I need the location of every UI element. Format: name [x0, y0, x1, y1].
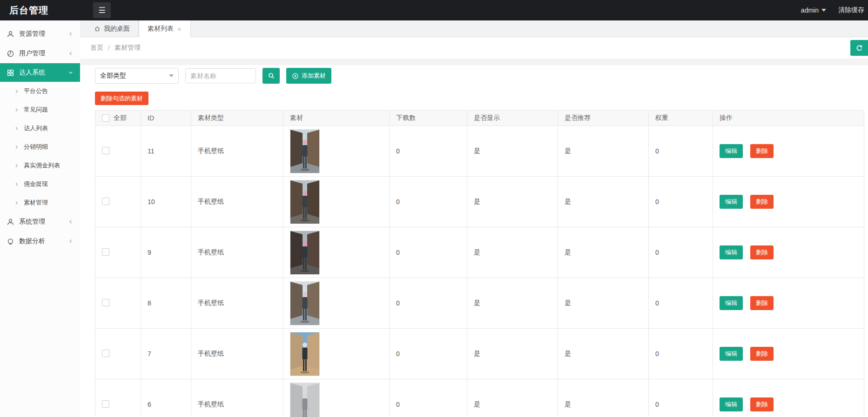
row-checkbox[interactable]	[102, 198, 109, 205]
close-icon[interactable]: ×	[177, 26, 182, 33]
breadcrumb: 首页 / 素材管理	[80, 37, 868, 59]
delete-button[interactable]: 删除	[750, 296, 774, 310]
edit-button[interactable]: 编辑	[720, 347, 743, 361]
row-id: 10	[148, 198, 155, 205]
tab-label: 我的桌面	[104, 25, 130, 33]
arrow-right-icon	[14, 182, 19, 187]
header-weight: 权重	[649, 111, 713, 126]
header-select-all: 全部	[95, 111, 141, 126]
row-visible: 是	[474, 400, 480, 408]
row-downloads: 0	[396, 147, 400, 155]
row-weight: 0	[655, 350, 659, 357]
row-downloads: 0	[396, 249, 400, 256]
sidebar-item-label: 用户管理	[19, 49, 63, 58]
arrow-right-icon	[14, 126, 19, 131]
row-checkbox[interactable]	[102, 299, 109, 306]
sidebar-toggle-button[interactable]: ☰	[93, 2, 111, 18]
edit-button[interactable]: 编辑	[720, 397, 743, 411]
add-material-button[interactable]: 添加素材	[286, 68, 331, 84]
breadcrumb-home[interactable]: 首页	[90, 44, 103, 52]
select-all-checkbox[interactable]	[102, 114, 109, 122]
material-name-input[interactable]	[185, 68, 256, 83]
row-recommended: 是	[565, 147, 571, 154]
delete-button[interactable]: 删除	[750, 195, 774, 209]
search-button[interactable]	[262, 68, 280, 84]
edit-button[interactable]: 编辑	[720, 296, 743, 310]
submenu-item-label: 达人列表	[24, 124, 48, 132]
delete-button[interactable]: 删除	[750, 245, 774, 259]
user-menu[interactable]: admin	[801, 7, 826, 14]
sidebar-submenu-item[interactable]: 佣金提现	[0, 175, 80, 193]
header-type: 素材类型	[191, 111, 283, 126]
breadcrumb-separator: /	[108, 44, 110, 52]
chevron-left-icon	[68, 219, 74, 225]
delete-button[interactable]: 删除	[750, 397, 774, 411]
row-checkbox[interactable]	[102, 147, 109, 154]
material-thumbnail[interactable]	[290, 332, 320, 376]
row-downloads: 0	[396, 299, 400, 307]
grid-icon	[7, 69, 14, 77]
chevron-left-icon	[68, 51, 74, 56]
table-row: 10 手机壁纸 0 是 是 0 编辑 删除	[95, 177, 864, 227]
row-id: 9	[148, 249, 151, 256]
material-thumbnail[interactable]	[290, 383, 320, 417]
sidebar-item-label: 系统管理	[19, 218, 63, 226]
row-id: 11	[148, 147, 155, 155]
refresh-icon	[855, 44, 863, 52]
row-type: 手机壁纸	[198, 350, 224, 357]
material-thumbnail[interactable]	[290, 180, 320, 224]
row-checkbox[interactable]	[102, 248, 109, 256]
refresh-button[interactable]	[850, 40, 868, 56]
row-id: 7	[148, 350, 151, 357]
delete-button[interactable]: 删除	[750, 347, 774, 361]
user-icon	[7, 30, 14, 38]
sidebar: 资源管理 用户管理 达人系统 平台公告 常见问题 达人列表	[0, 20, 80, 417]
sidebar-item-users[interactable]: 用户管理	[0, 44, 80, 63]
table-row: 6 手机壁纸 0 是 是 0 编辑 删除	[95, 379, 864, 417]
chevron-down-icon	[68, 70, 74, 75]
material-thumbnail[interactable]	[290, 129, 320, 173]
plus-circle-icon	[292, 73, 299, 79]
submenu-item-label: 分销明细	[24, 143, 48, 151]
table-row: 8 手机壁纸 0 是 是 0 编辑 删除	[95, 278, 864, 329]
table-header-row: 全部 ID 素材类型 素材 下载数 是否显示 是否推荐 权重 操作	[95, 111, 864, 126]
sidebar-submenu-item[interactable]: 真实佣金列表	[0, 156, 80, 175]
clear-cache-button[interactable]: 清除缓存	[838, 6, 864, 14]
row-type: 手机壁纸	[198, 299, 224, 306]
tab-my-desktop[interactable]: 我的桌面	[86, 20, 139, 37]
sidebar-submenu-item[interactable]: 素材管理	[0, 193, 80, 212]
arrow-right-icon	[14, 163, 19, 168]
edit-button[interactable]: 编辑	[720, 195, 743, 209]
delete-button[interactable]: 删除	[750, 144, 774, 158]
edit-button[interactable]: 编辑	[720, 144, 743, 158]
edit-button[interactable]: 编辑	[720, 245, 743, 259]
sidebar-submenu-item[interactable]: 平台公告	[0, 82, 80, 100]
sidebar-submenu-item[interactable]: 分销明细	[0, 138, 80, 156]
sidebar-item-resources[interactable]: 资源管理	[0, 24, 80, 44]
sidebar-submenu: 平台公告 常见问题 达人列表 分销明细 真实佣金列表 佣金提现 素材管理	[0, 82, 80, 212]
row-weight: 0	[655, 147, 659, 155]
row-checkbox[interactable]	[102, 350, 109, 357]
hamburger-icon: ☰	[98, 7, 105, 14]
header-visible: 是否显示	[467, 111, 558, 126]
tab-material-list[interactable]: 素材列表 ×	[139, 20, 191, 37]
thumbnail-image	[290, 332, 319, 376]
submenu-item-label: 素材管理	[24, 199, 48, 207]
delete-checked-button[interactable]: 删除勾选的素材	[95, 92, 148, 105]
app-title: 后台管理	[0, 4, 80, 17]
sidebar-item-analytics[interactable]: 数据分析	[0, 232, 80, 251]
sidebar-submenu-item[interactable]: 达人列表	[0, 119, 80, 138]
row-weight: 0	[655, 299, 659, 307]
sidebar-item-talent-system[interactable]: 达人系统	[0, 63, 80, 82]
sidebar-submenu-item[interactable]: 常见问题	[0, 100, 80, 119]
row-checkbox[interactable]	[102, 400, 109, 408]
material-thumbnail[interactable]	[290, 281, 320, 325]
row-type: 手机壁纸	[198, 198, 224, 205]
add-material-label: 添加素材	[302, 72, 326, 80]
material-thumbnail[interactable]	[290, 231, 320, 275]
header-recommended: 是否推荐	[558, 111, 649, 126]
submenu-item-label: 真实佣金列表	[24, 161, 60, 170]
type-filter-select[interactable]: 全部类型	[95, 68, 179, 84]
sidebar-item-system[interactable]: 系统管理	[0, 212, 80, 232]
header-id: ID	[141, 111, 191, 126]
